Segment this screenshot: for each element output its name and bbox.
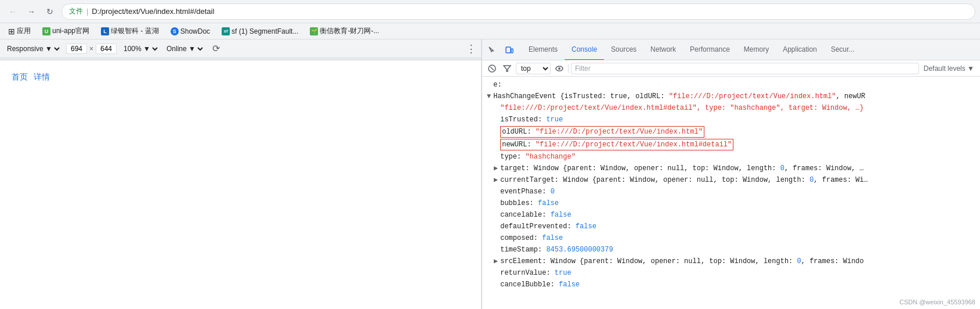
zoom-select[interactable]: 100% ▼ (121, 44, 160, 53)
bookmark-hengxin-label: 衡信教育-财刀网-... (320, 26, 379, 36)
tab-network-label: Network (650, 45, 676, 53)
console-line: bubbles: false (482, 197, 980, 209)
online-select[interactable]: Online ▼ (164, 44, 205, 53)
nav-home-link[interactable]: 首页 (12, 72, 28, 82)
bookmark-segmentfault[interactable]: sf sf (1) SegmentFault... (218, 26, 302, 37)
console-line-newurl: newURL: "file:///D:/project/text/Vue/ind… (482, 138, 980, 151)
expand-icon[interactable] (487, 91, 491, 102)
console-line: cancelable: false (482, 209, 980, 221)
inspect-element-button[interactable] (484, 42, 500, 58)
tab-security-label: Secur... (831, 45, 855, 53)
arrow-icon (494, 114, 498, 125)
arrow-icon (494, 233, 498, 243)
viewport: Responsive ▼ × 100% ▼ Online ▼ ⟳ ⋮ 首页 详情 (0, 39, 482, 309)
url-path: D:/project/text/Vue/index.html#/detail (92, 7, 214, 16)
expand-icon[interactable] (494, 175, 498, 185)
tab-application-label: Application (783, 45, 817, 53)
dimension-box: × (66, 44, 117, 54)
page-nav: 首页 详情 (12, 72, 469, 82)
showdoc-icon: S (171, 27, 179, 35)
bookmark-lvyin[interactable]: L 绿银智科 - 蓝湖 (97, 25, 162, 37)
bookmark-apps-label: 应用 (17, 26, 31, 36)
bookmark-hengxin[interactable]: 🌱 衡信教育-财刀网-... (306, 25, 382, 37)
eye-icon-button[interactable] (553, 62, 566, 75)
width-input[interactable] (66, 44, 87, 54)
url-separator: | (86, 8, 88, 16)
console-line: defaultPrevented: false (482, 221, 980, 232)
uniapp-icon: U (42, 27, 50, 35)
console-line: eventPhase: 0 (482, 186, 980, 197)
console-text: isTrusted: true (500, 114, 563, 125)
bookmarks-bar: ⊞ 应用 U uni-app官网 L 绿银智科 - 蓝湖 S ShowDoc s… (0, 23, 980, 39)
expand-icon[interactable] (494, 163, 498, 174)
tab-network[interactable]: Network (643, 39, 683, 60)
console-line-oldurl: oldURL: "file:///D:/project/text/Vue/ind… (482, 125, 980, 138)
bookmark-showdoc[interactable]: S ShowDoc (167, 26, 214, 37)
dimension-separator: × (89, 45, 93, 53)
console-text: srcElement: Window {parent: Window, open… (500, 256, 864, 267)
console-line: type: "hashchange" (482, 151, 980, 163)
bookmark-segmentfault-label: sf (1) SegmentFault... (232, 27, 298, 35)
address-bar[interactable]: 文件 | D:/project/text/Vue/index.html#/det… (62, 3, 975, 20)
refresh-button[interactable]: ↻ (42, 3, 58, 20)
clear-console-button[interactable] (486, 62, 498, 75)
forward-button[interactable]: → (23, 3, 39, 20)
tab-security[interactable]: Secur... (824, 39, 862, 60)
arrow-icon (494, 152, 498, 162)
responsive-select[interactable]: Responsive ▼ (5, 44, 62, 53)
filter-toggle-button[interactable] (501, 62, 513, 75)
console-line: returnValue: true (482, 267, 980, 279)
console-toolbar: top Default levels ▼ (482, 60, 980, 77)
back-button[interactable]: ← (5, 3, 21, 20)
tab-console-label: Console (572, 45, 597, 53)
arrow-icon (494, 279, 498, 290)
svg-marker-4 (504, 66, 511, 71)
console-text: composed: false (500, 233, 563, 243)
segmentfault-icon: sf (222, 27, 230, 35)
console-line: isTrusted: true (482, 114, 980, 125)
filter-input[interactable] (571, 63, 919, 74)
console-text: cancelBubble: false (500, 279, 580, 290)
watermark: CSDN @weixin_45593968 (899, 299, 975, 306)
nav-buttons: ← → ↻ (5, 3, 58, 20)
lvyin-icon: L (101, 27, 109, 35)
console-text: eventPhase: 0 (500, 186, 555, 197)
toolbar-divider (568, 64, 569, 73)
bookmark-uniapp[interactable]: U uni-app官网 (39, 25, 93, 37)
more-options-button[interactable]: ⋮ (466, 42, 476, 55)
tab-sources-label: Sources (611, 45, 637, 53)
default-levels-button[interactable]: Default levels ▼ (921, 63, 977, 74)
svg-line-3 (490, 67, 494, 70)
console-text: defaultPrevented: false (500, 221, 596, 232)
devtools-tab-icons (484, 42, 517, 58)
bookmark-lvyin-label: 绿银智科 - 蓝湖 (111, 26, 159, 36)
console-text: currentTarget: Window {parent: Window, o… (500, 175, 868, 185)
nav-detail-link[interactable]: 详情 (34, 72, 50, 82)
height-input[interactable] (96, 44, 117, 54)
context-select[interactable]: top (516, 63, 551, 74)
rotate-icon[interactable]: ⟳ (209, 42, 222, 55)
console-text: "file:///D:/project/text/Vue/index.html#… (500, 103, 864, 113)
arrow-icon (494, 245, 498, 255)
tab-console[interactable]: Console (565, 39, 604, 60)
bookmark-showdoc-label: ShowDoc (180, 27, 210, 35)
bookmark-apps[interactable]: ⊞ 应用 (5, 25, 34, 37)
console-line: timeStamp: 8453.69500000379 (482, 244, 980, 256)
device-toggle-button[interactable] (502, 42, 517, 58)
console-text: HashChangeEvent {isTrusted: true, oldURL… (493, 91, 865, 102)
tab-memory[interactable]: Memory (737, 39, 776, 60)
arrow-icon (494, 268, 498, 278)
tab-performance[interactable]: Performance (683, 39, 737, 60)
arrow-icon (494, 126, 498, 136)
expand-icon[interactable] (494, 256, 498, 267)
tab-memory-label: Memory (744, 45, 769, 53)
console-line: currentTarget: Window {parent: Window, o… (482, 174, 980, 186)
console-line: HashChangeEvent {isTrusted: true, oldURL… (482, 91, 980, 102)
console-line: cancelBubble: false (482, 279, 980, 290)
console-line: e: (482, 79, 980, 91)
tab-sources[interactable]: Sources (604, 39, 643, 60)
tab-application[interactable]: Application (776, 39, 824, 60)
arrow-icon (494, 198, 498, 209)
tab-elements[interactable]: Elements (522, 39, 565, 60)
devtools-panel: Elements Console Sources Network Perform… (482, 39, 980, 309)
